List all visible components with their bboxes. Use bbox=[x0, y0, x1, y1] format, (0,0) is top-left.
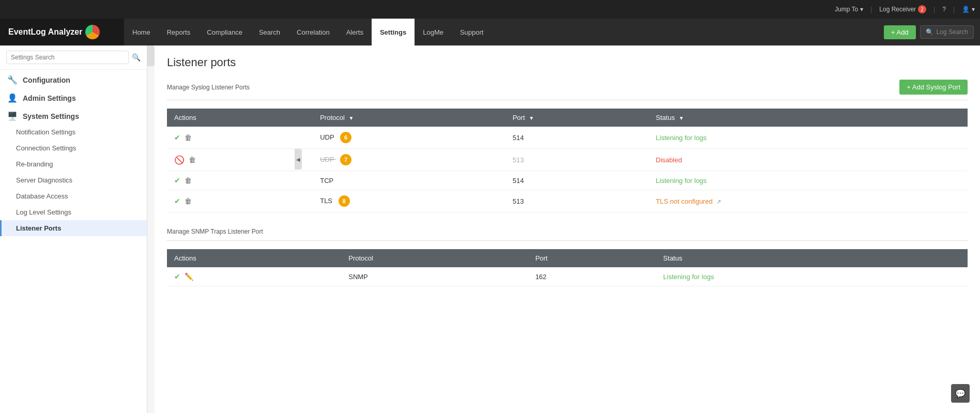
col-status[interactable]: Status ▼ bbox=[649, 109, 968, 127]
page-title: Listener ports bbox=[167, 56, 968, 69]
snmp-section-title: Manage SNMP Traps Listener Port bbox=[167, 228, 263, 235]
jump-to-label: Jump To bbox=[835, 6, 858, 13]
syslog-section-header: Manage Syslog Listener Ports + Add Syslo… bbox=[167, 80, 968, 95]
table-row: ✔ ✏️ SNMP 162 Listening for logs bbox=[167, 267, 968, 286]
row2-actions: 🚫 🗑 bbox=[174, 155, 305, 165]
row4-protocol: TLS 8 bbox=[313, 190, 505, 212]
add-button[interactable]: + Add bbox=[884, 25, 916, 39]
nav-search[interactable]: Search bbox=[251, 19, 288, 45]
nav-support[interactable]: Support bbox=[452, 19, 492, 45]
sidebar-item-listener-ports[interactable]: Listener Ports bbox=[0, 220, 147, 236]
table-row: ✔ 🗑 TCP 514 Listening for logs bbox=[167, 171, 968, 190]
search-icon: 🔍 bbox=[926, 28, 933, 36]
admin-icon: 👤 bbox=[7, 93, 18, 103]
snmp-edit-icon[interactable]: ✏️ bbox=[185, 272, 193, 281]
row2-port: 513 bbox=[506, 149, 649, 171]
logo-arc bbox=[85, 25, 100, 39]
delete-icon-row2[interactable]: 🗑 bbox=[189, 156, 196, 164]
snmp-table: Actions Protocol Port Status ✔ ✏️ SNMP 1… bbox=[167, 249, 968, 286]
delete-icon-row1[interactable]: 🗑 bbox=[185, 133, 192, 142]
sidebar-collapse-handle[interactable]: ◀ bbox=[147, 45, 155, 66]
snmp-section-header: Manage SNMP Traps Listener Port bbox=[167, 228, 968, 235]
syslog-table-header: Actions Protocol ▼ Port ▼ Status ▼ bbox=[167, 109, 968, 127]
snmp-col-status: Status bbox=[656, 249, 968, 267]
log-receiver[interactable]: Log Receiver 2 bbox=[879, 5, 926, 13]
nav-correlation[interactable]: Correlation bbox=[288, 19, 338, 45]
enable-icon-row3[interactable]: ✔ bbox=[174, 176, 180, 185]
sidebar-search-bar[interactable]: 🔍 bbox=[0, 45, 147, 70]
row1-port: 514 bbox=[506, 127, 649, 149]
status-sort-icon: ▼ bbox=[679, 115, 684, 121]
sidebar-section-configuration[interactable]: 🔧 Configuration bbox=[0, 70, 147, 88]
nav-right-actions: + Add 🔍 Log Search bbox=[878, 25, 980, 39]
table-row: ✔ 🗑 TLS 8 513 TLS not configured ↗ bbox=[167, 190, 968, 212]
jump-to-chevron: ▾ bbox=[860, 6, 863, 13]
nav-alerts[interactable]: Alerts bbox=[338, 19, 372, 45]
admin-label: Admin Settings bbox=[23, 94, 76, 102]
disable-icon-row2[interactable]: 🚫 bbox=[174, 155, 185, 165]
snmp-divider bbox=[167, 240, 968, 241]
nav-reports[interactable]: Reports bbox=[159, 19, 199, 45]
settings-search-icon[interactable]: 🔍 bbox=[132, 53, 141, 62]
enable-icon-row4[interactable]: ✔ bbox=[174, 197, 180, 205]
snmp-col-port: Port bbox=[528, 249, 656, 267]
enable-icon-row1[interactable]: ✔ bbox=[174, 133, 180, 142]
delete-icon-row4[interactable]: 🗑 bbox=[185, 197, 192, 205]
row3-port: 514 bbox=[506, 171, 649, 190]
nav-home[interactable]: Home bbox=[124, 19, 159, 45]
delete-icon-row3[interactable]: 🗑 bbox=[185, 176, 192, 185]
row3-actions: ✔ 🗑 bbox=[174, 176, 305, 185]
tls-external-link[interactable]: ↗ bbox=[716, 198, 721, 205]
sidebar-section-admin[interactable]: 👤 Admin Settings bbox=[0, 88, 147, 106]
row3-protocol: TCP bbox=[313, 171, 505, 190]
row4-port: 513 bbox=[506, 190, 649, 212]
syslog-section-title: Manage Syslog Listener Ports bbox=[167, 84, 250, 91]
syslog-divider bbox=[167, 100, 968, 100]
sidebar-item-log-level-settings[interactable]: Log Level Settings bbox=[0, 204, 147, 220]
main-nav: Home Reports Compliance Search Correlati… bbox=[124, 19, 878, 45]
protocol-sort-icon: ▼ bbox=[349, 115, 354, 121]
snmp-enable-icon[interactable]: ✔ bbox=[174, 272, 180, 281]
sidebar-item-connection-settings[interactable]: Connection Settings bbox=[0, 140, 147, 156]
nav-compliance[interactable]: Compliance bbox=[198, 19, 251, 45]
nav-logme[interactable]: LogMe bbox=[415, 19, 452, 45]
sidebar-item-database-access[interactable]: Database Access bbox=[0, 188, 147, 204]
logo: EventLog Analyzer bbox=[0, 19, 124, 45]
system-icon: 🖥️ bbox=[7, 111, 18, 121]
nav-settings[interactable]: Settings bbox=[372, 19, 415, 45]
header: EventLog Analyzer Home Reports Complianc… bbox=[0, 19, 980, 45]
main-layout: 🔍 🔧 Configuration 👤 Admin Settings 🖥️ Sy… bbox=[0, 45, 980, 413]
snmp-row1-port: 162 bbox=[528, 267, 656, 286]
row4-actions: ✔ 🗑 bbox=[174, 197, 305, 205]
collapse-arrow[interactable]: ◀ bbox=[295, 149, 302, 170]
sidebar-item-server-diagnostics[interactable]: Server Diagnostics bbox=[0, 172, 147, 188]
snmp-table-header: Actions Protocol Port Status bbox=[167, 249, 968, 267]
configuration-label: Configuration bbox=[23, 76, 70, 84]
configuration-icon: 🔧 bbox=[7, 75, 18, 85]
row1-actions: ✔ 🗑 bbox=[174, 133, 305, 142]
log-search-bar[interactable]: 🔍 Log Search bbox=[920, 25, 974, 39]
log-search-label: Log Search bbox=[937, 28, 968, 36]
jump-to[interactable]: Jump To ▾ bbox=[835, 6, 863, 13]
settings-search-input[interactable] bbox=[6, 51, 129, 64]
user-menu[interactable]: 👤 ▾ bbox=[962, 6, 975, 13]
table-row: 🚫 🗑 UDP 7 513 Disabled bbox=[167, 149, 968, 171]
sidebar: 🔍 🔧 Configuration 👤 Admin Settings 🖥️ Sy… bbox=[0, 45, 147, 413]
syslog-table: Actions Protocol ▼ Port ▼ Status ▼ bbox=[167, 109, 968, 212]
topbar: Jump To ▾ | Log Receiver 2 | ? | 👤 ▾ bbox=[0, 0, 980, 19]
snmp-col-protocol: Protocol bbox=[341, 249, 528, 267]
chat-button[interactable]: 💬 bbox=[951, 384, 970, 403]
snmp-row1-status: Listening for logs bbox=[656, 267, 968, 286]
sidebar-section-system[interactable]: 🖥️ System Settings bbox=[0, 106, 147, 124]
row4-badge: 8 bbox=[339, 195, 350, 207]
row1-status: Listening for logs bbox=[649, 127, 968, 149]
add-syslog-port-button[interactable]: + Add Syslog Port bbox=[899, 80, 968, 95]
sidebar-item-rebranding[interactable]: Re-branding bbox=[0, 156, 147, 172]
user-icon: 👤 bbox=[962, 6, 970, 13]
system-label: System Settings bbox=[23, 112, 79, 120]
col-protocol[interactable]: Protocol ▼ bbox=[313, 109, 505, 127]
help-button[interactable]: ? bbox=[942, 6, 946, 13]
col-port[interactable]: Port ▼ bbox=[506, 109, 649, 127]
row4-status: TLS not configured ↗ bbox=[649, 190, 968, 212]
sidebar-item-notification-settings[interactable]: Notification Settings bbox=[0, 124, 147, 140]
